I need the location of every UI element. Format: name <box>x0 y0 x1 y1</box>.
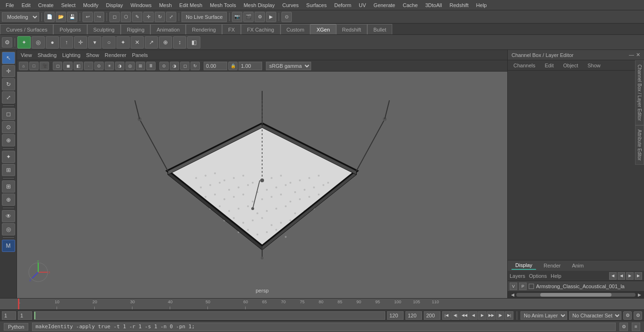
shadows-button[interactable]: ◑ <box>115 62 124 70</box>
pan-lock[interactable]: 🔒 <box>228 62 238 70</box>
xray-toggle[interactable]: ⊙ <box>159 62 169 70</box>
xgen-plus-button[interactable]: ⊕ <box>159 36 172 49</box>
layers-help-menu[interactable]: Help <box>551 273 561 279</box>
xgen-x-button[interactable]: ✕ <box>131 36 144 49</box>
shading-menu[interactable]: Shading <box>38 52 57 58</box>
shaded-wireframe-button[interactable]: ◧ <box>74 62 83 70</box>
command-settings-button[interactable]: ⚙ <box>619 323 628 331</box>
xgen-cross-button[interactable]: ✛ <box>74 36 87 49</box>
render-seq-button[interactable]: ▶ <box>266 12 276 22</box>
script-editor-button[interactable]: ≡ <box>632 323 640 331</box>
layer-visibility-button[interactable]: V <box>510 283 517 290</box>
lasso-select-button[interactable]: ⬡ <box>121 12 131 22</box>
soft-select-button[interactable]: ◻ <box>2 108 15 120</box>
frame-start-input[interactable] <box>2 311 16 320</box>
select-tool-button[interactable]: ◻ <box>109 12 120 22</box>
layer-end-button[interactable]: ▶ <box>635 272 642 280</box>
viewport-canvas[interactable]: persp X Y Z <box>17 72 507 298</box>
scroll-right-button[interactable]: ▶ <box>636 292 643 298</box>
eye-button[interactable]: 👁 <box>2 210 15 222</box>
anim-end2-input[interactable] <box>405 311 422 320</box>
lighting-menu[interactable]: Lighting <box>62 52 81 58</box>
select-mode-button[interactable]: ↖ <box>2 52 15 64</box>
frame-current-input[interactable] <box>18 311 32 320</box>
layer-add-button[interactable]: ◀ <box>609 272 617 280</box>
scroll-left-button[interactable]: ◀ <box>509 292 516 298</box>
create-menu[interactable]: Create <box>34 1 58 9</box>
surfaces-menu[interactable]: Surfaces <box>303 1 330 9</box>
no-anim-layer-select[interactable]: No Anim Layer <box>520 311 567 320</box>
color-space-select[interactable]: sRGB gamma <box>266 62 311 70</box>
viewport[interactable]: View Shading Lighting Show Renderer Pane… <box>17 50 507 298</box>
timeline-ruler[interactable]: 1 10 20 30 40 50 60 65 70 75 80 85 90 95… <box>17 299 644 309</box>
layers-options-menu[interactable]: Options <box>529 273 547 279</box>
renderer-menu[interactable]: Renderer <box>105 52 126 58</box>
display-menu[interactable]: Display <box>102 1 127 9</box>
xgen-arrow-button[interactable]: ↑ <box>60 36 73 49</box>
no-character-set-select[interactable]: No Character Set <box>569 311 621 320</box>
tab-rendering[interactable]: Rendering <box>186 24 222 34</box>
rotate-tool-button[interactable]: ↻ <box>155 12 165 22</box>
scale-tool-button[interactable]: ⤢ <box>166 12 176 22</box>
camera-home-button[interactable]: ⌂ <box>19 62 28 70</box>
layer-nav-button[interactable]: ▶ <box>626 272 634 280</box>
step-forward-button[interactable]: |▶ <box>496 311 504 320</box>
windows-menu[interactable]: Windows <box>127 1 156 9</box>
mesh-menu[interactable]: Mesh <box>155 1 175 9</box>
move-mode-button[interactable]: ✛ <box>2 65 15 77</box>
snap-curve-button[interactable]: ⊕ <box>2 134 15 146</box>
render-settings-button[interactable]: ⚙ <box>255 12 265 22</box>
camera-persp-button[interactable]: 🎥 <box>40 62 49 70</box>
settings-gear-button[interactable]: ⚙ <box>2 37 12 48</box>
layers-scrollbar[interactable]: ◀ ▶ <box>508 292 644 298</box>
xgen-guides-button[interactable]: ◎ <box>32 36 45 49</box>
show-tab[interactable]: Show <box>584 62 604 69</box>
edit-tab[interactable]: Edit <box>541 62 557 69</box>
tab-animation[interactable]: Animation <box>150 24 186 34</box>
preferences-button[interactable]: ⚙ <box>634 311 642 320</box>
object-tab[interactable]: Object <box>559 62 582 69</box>
layout-button[interactable]: ⊞ <box>2 180 15 193</box>
tab-rigging[interactable]: Rigging <box>121 24 150 34</box>
python-button[interactable]: Python <box>4 323 28 331</box>
mesh-display-menu[interactable]: Mesh Display <box>240 1 279 9</box>
lights-button[interactable]: ☀ <box>105 62 114 70</box>
tab-curves-surfaces[interactable]: Curves / Surfaces <box>0 24 53 34</box>
isolate-toggle[interactable]: ⊙ <box>94 62 104 70</box>
hud-button[interactable]: Ⅲ <box>146 62 156 70</box>
uv-menu[interactable]: UV <box>355 1 370 9</box>
char-set-settings-button[interactable]: ⚙ <box>623 311 632 320</box>
paint-select-button[interactable]: ✎ <box>132 12 142 22</box>
xgen-updown-button[interactable]: ↕ <box>173 36 186 49</box>
redshift-menu[interactable]: Redshift <box>446 1 472 9</box>
layer-remove-button[interactable]: ◀ <box>618 272 625 280</box>
frame-back-button[interactable]: ◀ <box>469 311 478 320</box>
maya-logo[interactable]: M <box>2 240 15 252</box>
help-menu[interactable]: Help <box>472 1 491 9</box>
tab-polygons[interactable]: Polygons <box>53 24 87 34</box>
channel-box-close[interactable]: ✕ <box>636 52 640 58</box>
range-end-input[interactable] <box>424 311 440 320</box>
tab-xgen[interactable]: XGen <box>310 24 336 34</box>
3dto-all-menu[interactable]: 3DtoAll <box>421 1 446 9</box>
go-to-start-button[interactable]: |◀ <box>442 311 451 320</box>
open-scene-button[interactable]: 📂 <box>56 12 66 22</box>
channel-box-minimize[interactable]: — <box>629 52 634 58</box>
scale-mode-button[interactable]: ⤢ <box>2 91 15 104</box>
move-tool-button[interactable]: ✛ <box>143 12 154 22</box>
depth-peel-button[interactable]: ◑ <box>170 62 179 70</box>
mesh-tools-menu[interactable]: Mesh Tools <box>206 1 239 9</box>
curves-menu[interactable]: Curves <box>279 1 303 9</box>
render-button[interactable]: 📷 <box>232 12 242 22</box>
selection-highlight-button[interactable]: ◻ <box>180 62 190 70</box>
xgen-split-button[interactable]: ◧ <box>187 36 200 49</box>
smooth-shaded-button[interactable]: ◼ <box>63 62 73 70</box>
snap-grid-button[interactable]: ⊙ <box>2 121 15 133</box>
redo-button[interactable]: ↪ <box>94 12 104 22</box>
panels-menu[interactable]: Panels <box>132 52 148 58</box>
xray-button[interactable]: ⊙ <box>281 12 292 22</box>
view-menu[interactable]: View <box>21 52 32 58</box>
edit-menu[interactable]: Edit <box>18 1 34 9</box>
channel-box-vertical-tab[interactable]: Channel Box / Layer Editor <box>635 60 644 125</box>
tab-fx-caching[interactable]: FX Caching <box>241 24 280 34</box>
